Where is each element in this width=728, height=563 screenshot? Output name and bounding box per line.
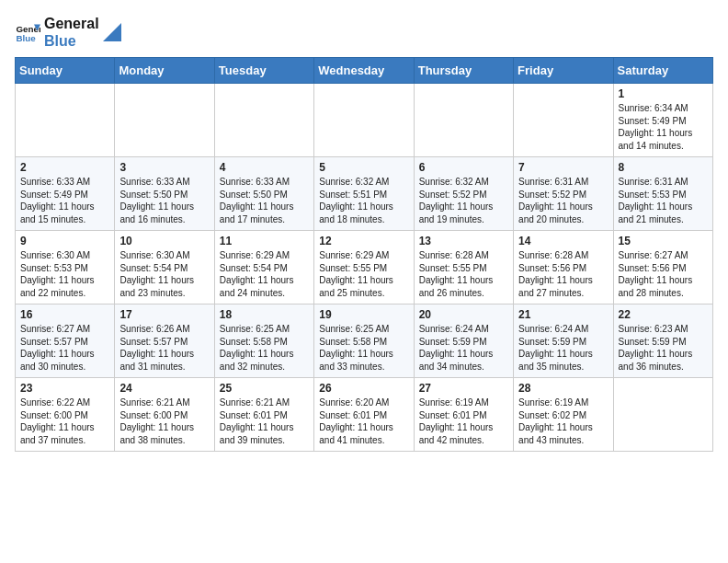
calendar-cell: 5Sunrise: 6:32 AM Sunset: 5:51 PM Daylig… <box>314 157 414 231</box>
calendar-cell: 6Sunrise: 6:32 AM Sunset: 5:52 PM Daylig… <box>414 157 513 231</box>
calendar-cell: 9Sunrise: 6:30 AM Sunset: 5:53 PM Daylig… <box>16 231 115 304</box>
day-number: 21 <box>518 308 608 321</box>
calendar-cell: 18Sunrise: 6:25 AM Sunset: 5:58 PM Dayli… <box>214 304 313 378</box>
day-info: Sunrise: 6:32 AM Sunset: 5:52 PM Dayligh… <box>419 176 508 225</box>
day-info: Sunrise: 6:28 AM Sunset: 5:56 PM Dayligh… <box>518 249 608 299</box>
day-info: Sunrise: 6:19 AM Sunset: 6:02 PM Dayligh… <box>518 396 608 446</box>
day-number: 18 <box>220 308 309 321</box>
day-info: Sunrise: 6:33 AM Sunset: 5:49 PM Dayligh… <box>20 176 109 225</box>
calendar-cell: 16Sunrise: 6:27 AM Sunset: 5:57 PM Dayli… <box>16 304 115 378</box>
calendar-cell: 20Sunrise: 6:24 AM Sunset: 5:59 PM Dayli… <box>414 304 513 378</box>
day-info: Sunrise: 6:27 AM Sunset: 5:56 PM Dayligh… <box>619 249 708 299</box>
day-info: Sunrise: 6:34 AM Sunset: 5:49 PM Dayligh… <box>619 102 708 152</box>
calendar-cell: 27Sunrise: 6:19 AM Sunset: 6:01 PM Dayli… <box>414 378 513 452</box>
day-info: Sunrise: 6:24 AM Sunset: 5:59 PM Dayligh… <box>419 323 508 373</box>
calendar-cell <box>214 84 313 157</box>
day-header-sunday: Sunday <box>16 58 115 84</box>
day-number: 22 <box>619 308 708 321</box>
day-number: 1 <box>619 87 708 100</box>
logo-general: General <box>44 15 99 32</box>
calendar-cell <box>115 84 214 157</box>
day-info: Sunrise: 6:30 AM Sunset: 5:53 PM Dayligh… <box>20 249 109 299</box>
calendar-week-row: 1Sunrise: 6:34 AM Sunset: 5:49 PM Daylig… <box>16 84 713 157</box>
day-info: Sunrise: 6:21 AM Sunset: 6:00 PM Dayligh… <box>119 396 209 446</box>
calendar-cell <box>613 378 712 452</box>
logo-triangle-icon <box>103 23 121 41</box>
day-info: Sunrise: 6:20 AM Sunset: 6:01 PM Dayligh… <box>319 396 408 446</box>
day-info: Sunrise: 6:33 AM Sunset: 5:50 PM Dayligh… <box>119 176 209 225</box>
day-info: Sunrise: 6:25 AM Sunset: 5:58 PM Dayligh… <box>319 323 408 373</box>
day-number: 27 <box>419 382 508 395</box>
day-header-saturday: Saturday <box>613 58 712 84</box>
day-info: Sunrise: 6:24 AM Sunset: 5:59 PM Dayligh… <box>518 323 608 373</box>
day-number: 13 <box>419 235 508 247</box>
svg-marker-3 <box>103 23 121 41</box>
calendar-cell <box>514 84 613 157</box>
day-info: Sunrise: 6:25 AM Sunset: 5:58 PM Dayligh… <box>220 323 309 373</box>
day-info: Sunrise: 6:26 AM Sunset: 5:57 PM Dayligh… <box>119 323 209 373</box>
calendar-cell: 25Sunrise: 6:21 AM Sunset: 6:01 PM Dayli… <box>214 378 313 452</box>
day-info: Sunrise: 6:23 AM Sunset: 5:59 PM Dayligh… <box>619 323 708 373</box>
calendar-cell: 7Sunrise: 6:31 AM Sunset: 5:52 PM Daylig… <box>514 157 613 231</box>
calendar-cell: 19Sunrise: 6:25 AM Sunset: 5:58 PM Dayli… <box>314 304 414 378</box>
calendar-cell: 26Sunrise: 6:20 AM Sunset: 6:01 PM Dayli… <box>314 378 414 452</box>
svg-text:Blue: Blue <box>16 33 36 43</box>
day-number: 16 <box>20 308 109 321</box>
day-info: Sunrise: 6:30 AM Sunset: 5:54 PM Dayligh… <box>119 249 209 299</box>
calendar-cell <box>314 84 414 157</box>
day-number: 11 <box>220 235 309 247</box>
calendar-cell: 2Sunrise: 6:33 AM Sunset: 5:49 PM Daylig… <box>16 157 115 231</box>
day-number: 9 <box>20 235 109 247</box>
day-info: Sunrise: 6:31 AM Sunset: 5:53 PM Dayligh… <box>619 176 708 225</box>
calendar-week-row: 2Sunrise: 6:33 AM Sunset: 5:49 PM Daylig… <box>16 157 713 231</box>
day-info: Sunrise: 6:29 AM Sunset: 5:55 PM Dayligh… <box>319 249 408 299</box>
day-number: 4 <box>220 161 309 174</box>
day-info: Sunrise: 6:22 AM Sunset: 6:00 PM Dayligh… <box>20 396 109 446</box>
calendar-header-row: SundayMondayTuesdayWednesdayThursdayFrid… <box>16 58 713 84</box>
day-number: 5 <box>319 161 408 174</box>
calendar-week-row: 9Sunrise: 6:30 AM Sunset: 5:53 PM Daylig… <box>16 231 713 304</box>
day-info: Sunrise: 6:21 AM Sunset: 6:01 PM Dayligh… <box>220 396 309 446</box>
day-number: 2 <box>20 161 109 174</box>
calendar-cell: 23Sunrise: 6:22 AM Sunset: 6:00 PM Dayli… <box>16 378 115 452</box>
day-header-tuesday: Tuesday <box>214 58 313 84</box>
calendar-cell: 17Sunrise: 6:26 AM Sunset: 5:57 PM Dayli… <box>115 304 214 378</box>
calendar-week-row: 16Sunrise: 6:27 AM Sunset: 5:57 PM Dayli… <box>16 304 713 378</box>
day-number: 12 <box>319 235 408 247</box>
day-info: Sunrise: 6:27 AM Sunset: 5:57 PM Dayligh… <box>20 323 109 373</box>
calendar-cell: 12Sunrise: 6:29 AM Sunset: 5:55 PM Dayli… <box>314 231 414 304</box>
calendar-cell: 13Sunrise: 6:28 AM Sunset: 5:55 PM Dayli… <box>414 231 513 304</box>
day-header-monday: Monday <box>115 58 214 84</box>
day-number: 14 <box>518 235 608 247</box>
calendar-cell: 28Sunrise: 6:19 AM Sunset: 6:02 PM Dayli… <box>514 378 613 452</box>
day-info: Sunrise: 6:28 AM Sunset: 5:55 PM Dayligh… <box>419 249 508 299</box>
calendar-cell: 8Sunrise: 6:31 AM Sunset: 5:53 PM Daylig… <box>613 157 712 231</box>
day-header-friday: Friday <box>514 58 613 84</box>
day-info: Sunrise: 6:29 AM Sunset: 5:54 PM Dayligh… <box>220 249 309 299</box>
day-number: 19 <box>319 308 408 321</box>
logo: General Blue General Blue <box>15 15 121 50</box>
day-header-thursday: Thursday <box>414 58 513 84</box>
calendar-cell: 4Sunrise: 6:33 AM Sunset: 5:50 PM Daylig… <box>214 157 313 231</box>
day-header-wednesday: Wednesday <box>314 58 414 84</box>
calendar-cell: 22Sunrise: 6:23 AM Sunset: 5:59 PM Dayli… <box>613 304 712 378</box>
day-info: Sunrise: 6:32 AM Sunset: 5:51 PM Dayligh… <box>319 176 408 225</box>
calendar-week-row: 23Sunrise: 6:22 AM Sunset: 6:00 PM Dayli… <box>16 378 713 452</box>
day-number: 15 <box>619 235 708 247</box>
day-number: 23 <box>20 382 109 395</box>
calendar-cell <box>414 84 513 157</box>
day-number: 17 <box>119 308 209 321</box>
logo-blue: Blue <box>44 32 99 50</box>
calendar-cell: 10Sunrise: 6:30 AM Sunset: 5:54 PM Dayli… <box>115 231 214 304</box>
day-number: 6 <box>419 161 508 174</box>
day-number: 8 <box>619 161 708 174</box>
day-number: 3 <box>119 161 209 174</box>
day-number: 25 <box>220 382 309 395</box>
logo-icon: General Blue <box>15 19 40 45</box>
calendar-cell: 15Sunrise: 6:27 AM Sunset: 5:56 PM Dayli… <box>613 231 712 304</box>
day-number: 26 <box>319 382 408 395</box>
day-number: 10 <box>119 235 209 247</box>
day-number: 28 <box>518 382 608 395</box>
calendar-cell: 3Sunrise: 6:33 AM Sunset: 5:50 PM Daylig… <box>115 157 214 231</box>
calendar-cell: 11Sunrise: 6:29 AM Sunset: 5:54 PM Dayli… <box>214 231 313 304</box>
